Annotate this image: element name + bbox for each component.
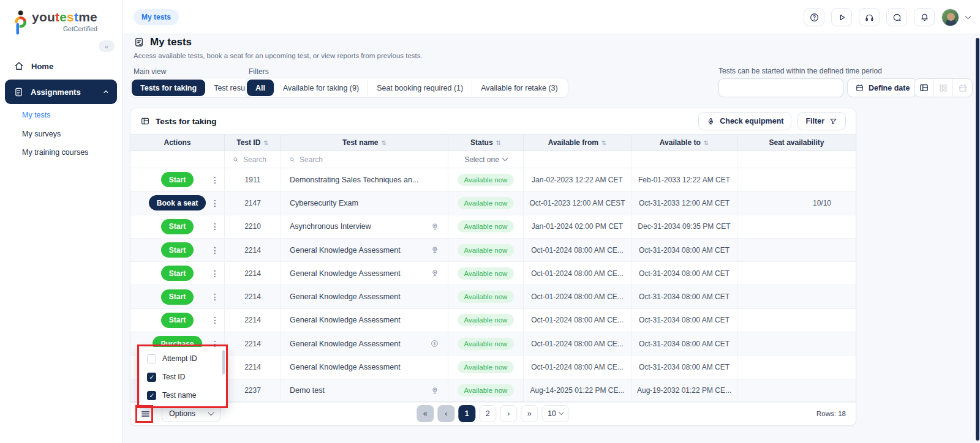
test-name-cell: Cybersecurity Exam (281, 192, 448, 214)
book-a-seat-button[interactable]: Book a seat (149, 195, 206, 210)
page-scrollbar[interactable] (976, 38, 979, 441)
previous-page-button[interactable]: ‹ (437, 405, 454, 422)
column-option-test-id[interactable]: Test ID (140, 368, 226, 386)
row-menu-icon[interactable]: ⋮ (210, 269, 220, 278)
chevron-down-icon (502, 155, 508, 162)
status-select[interactable]: Select one (448, 151, 524, 168)
column-options-button[interactable] (140, 407, 154, 420)
filter-seat-booking-required[interactable]: Seat booking required (1) (368, 80, 472, 96)
sort-icon[interactable]: ⇅ (704, 140, 709, 146)
column-header-available-from[interactable]: Available from⇅ (524, 135, 631, 151)
row-menu-icon[interactable]: ⋮ (210, 222, 220, 231)
main-view-tabs: Tests for taking Test results (130, 78, 263, 98)
status-badge: Available now (458, 361, 514, 373)
sidebar-item-my-tests[interactable]: My tests (22, 111, 51, 119)
test-name-search-input[interactable] (300, 155, 406, 164)
column-option-attempt-id[interactable]: Attempt ID (140, 349, 226, 368)
tour-play-button[interactable] (831, 8, 852, 26)
column-header-available-to[interactable]: Available to⇅ (631, 135, 737, 151)
search-icon (232, 156, 239, 163)
row-menu-icon[interactable]: ⋮ (210, 198, 220, 208)
first-page-button[interactable]: « (417, 405, 434, 422)
hamburger-icon (140, 409, 151, 419)
dropdown-scrollbar[interactable] (222, 350, 225, 374)
test-id-cell: 2214 (225, 332, 281, 355)
checkbox-unchecked[interactable] (147, 354, 156, 363)
available-to-cell: Oct-31-2033 12:00 AM CET (631, 192, 737, 214)
start-test-button[interactable]: Start (161, 219, 194, 234)
column-header-test-id[interactable]: Test ID⇅ (225, 135, 281, 151)
available-from-cell: Oct-01-2024 08:00 AM CE... (524, 239, 631, 261)
sort-icon[interactable]: ⇅ (496, 140, 501, 146)
last-page-button[interactable]: » (521, 405, 538, 422)
page-size-select[interactable]: 10 (541, 405, 569, 422)
start-test-button[interactable]: Start (161, 313, 194, 328)
sort-icon[interactable]: ⇅ (382, 140, 386, 146)
filter-available-for-taking[interactable]: Available for taking (9) (274, 80, 368, 96)
chat-button[interactable] (886, 8, 907, 26)
seat-availability-cell (737, 215, 856, 238)
row-menu-icon[interactable]: ⋮ (210, 292, 220, 302)
sidebar-item-assignments[interactable]: Assignments (5, 80, 117, 104)
start-test-button[interactable]: Start (161, 242, 194, 258)
sidebar-item-my-training-courses[interactable]: My training courses (22, 148, 88, 157)
next-page-button[interactable]: › (500, 405, 517, 422)
row-menu-icon[interactable]: ⋮ (210, 315, 220, 325)
support-button[interactable] (859, 8, 880, 26)
test-name-cell: Asynchronous Interview (281, 215, 448, 238)
available-to-cell: Oct-31-2034 08:00 AM CET (631, 285, 737, 308)
column-option-test-name[interactable]: Test name (140, 386, 226, 404)
sidebar-collapse-button[interactable]: « (99, 40, 115, 52)
sidebar-item-home[interactable]: Home (13, 59, 53, 73)
define-date-button[interactable]: Define date (847, 78, 918, 97)
user-menu-chevron-icon[interactable] (965, 13, 971, 20)
status-select-value: Select one (464, 155, 499, 164)
test-id-cell: 2214 (225, 356, 281, 378)
filter-all[interactable]: All (247, 80, 274, 96)
test-name-search-cell (281, 151, 448, 168)
page-1-button[interactable]: 1 (458, 405, 475, 422)
start-test-button[interactable]: Start (161, 289, 194, 305)
column-header-test-name[interactable]: Test name⇅ (281, 135, 448, 151)
start-test-button[interactable]: Start (161, 266, 194, 281)
options-dropdown[interactable]: Options (162, 405, 221, 422)
table-view-button[interactable] (914, 79, 933, 97)
column-header-status[interactable]: Status⇅ (448, 135, 524, 151)
calendar-icon (855, 83, 864, 92)
clipboard-check-icon (134, 37, 145, 48)
seat-availability-cell (737, 285, 856, 308)
breadcrumb[interactable]: My tests (134, 9, 179, 25)
page-2-button[interactable]: 2 (479, 405, 496, 422)
sort-icon[interactable]: ⇅ (601, 140, 606, 146)
grid-view-button[interactable] (933, 79, 953, 97)
row-menu-icon[interactable]: ⋮ (210, 245, 220, 255)
chevron-down-icon (208, 409, 214, 415)
table-row: 2214 General Knowledge Assessment Availa… (130, 356, 856, 379)
topbar-actions (804, 8, 970, 26)
available-to-cell: Oct-31-2034 08:00 AM CET (631, 332, 737, 355)
check-equipment-button[interactable]: Check equipment (698, 112, 791, 130)
checkbox-checked[interactable] (147, 391, 156, 400)
status-badge: Available now (458, 197, 514, 209)
start-test-button[interactable]: Start (161, 172, 194, 187)
help-button[interactable] (804, 8, 824, 26)
calendar-view-button[interactable] (952, 79, 972, 97)
table-row: Start⋮ 2214 General Knowledge Assessment… (130, 309, 856, 332)
seat-availability-cell (737, 168, 856, 191)
tab-tests-for-taking[interactable]: Tests for taking (132, 80, 205, 96)
brand-logo: youtestme GetCertified (12, 10, 97, 37)
test-id-search-input[interactable] (243, 155, 272, 164)
sidebar-item-my-surveys[interactable]: My surveys (22, 130, 61, 138)
row-menu-icon[interactable]: ⋮ (210, 175, 220, 185)
seat-availability-cell (737, 309, 856, 332)
notifications-button[interactable] (914, 8, 935, 26)
available-to-cell: Dec-31-2034 09:35 PM CET (631, 215, 737, 238)
sort-icon[interactable]: ⇅ (263, 140, 268, 146)
user-avatar[interactable] (941, 9, 959, 26)
test-name-cell: General Knowledge Assessment (281, 239, 448, 261)
pagination: « ‹ 1 2 › » 10 (417, 405, 569, 422)
filter-available-for-retake[interactable]: Available for retake (3) (472, 80, 567, 96)
date-period-input[interactable] (718, 78, 843, 97)
filter-button[interactable]: Filter (797, 112, 846, 130)
checkbox-checked[interactable] (147, 373, 156, 382)
